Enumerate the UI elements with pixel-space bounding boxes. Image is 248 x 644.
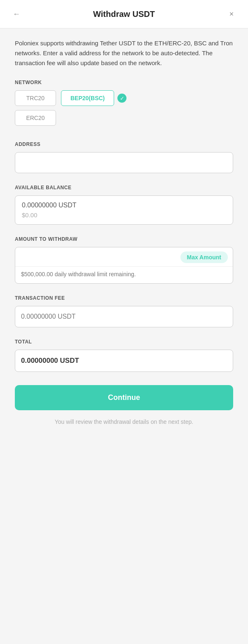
address-input[interactable] bbox=[15, 152, 233, 173]
withdraw-input-wrapper: Max Amount $500,000.00 daily withdrawal … bbox=[15, 247, 233, 284]
network-section: NETWORK TRC20 BEP20(BSC) ✓ ERC20 bbox=[15, 80, 233, 130]
total-section: TOTAL 0.00000000 USDT bbox=[15, 339, 233, 372]
header: ← Withdraw USDT × bbox=[0, 0, 248, 28]
fee-label: TRANSACTION FEE bbox=[15, 295, 233, 301]
network-row-1: TRC20 BEP20(BSC) ✓ bbox=[15, 90, 233, 110]
fee-section: TRANSACTION FEE 0.00000000 USDT bbox=[15, 295, 233, 327]
network-btn-trc20[interactable]: TRC20 bbox=[15, 90, 56, 106]
main-content: Poloniex supports withdrawing Tether USD… bbox=[0, 28, 248, 644]
withdraw-label: AMOUNT TO WITHDRAW bbox=[15, 236, 233, 242]
fee-box: 0.00000000 USDT bbox=[15, 306, 233, 327]
network-btn-erc20[interactable]: ERC20 bbox=[15, 110, 56, 126]
balance-section: AVAILABLE BALANCE 0.00000000 USDT $0.00 bbox=[15, 185, 233, 225]
network-options: TRC20 BEP20(BSC) ✓ ERC20 bbox=[15, 90, 233, 130]
continue-button[interactable]: Continue bbox=[15, 385, 233, 410]
withdraw-section: AMOUNT TO WITHDRAW Max Amount $500,000.0… bbox=[15, 236, 233, 284]
review-note: You will review the withdrawal details o… bbox=[15, 418, 233, 425]
network-row-2: ERC20 bbox=[15, 110, 233, 130]
balance-amount: 0.00000000 USDT bbox=[22, 202, 226, 209]
balance-usd: $0.00 bbox=[22, 212, 226, 219]
page-title: Withdraw USDT bbox=[93, 9, 155, 19]
balance-box: 0.00000000 USDT $0.00 bbox=[15, 195, 233, 225]
total-label: TOTAL bbox=[15, 339, 233, 345]
address-section: ADDRESS bbox=[15, 141, 233, 173]
max-amount-button[interactable]: Max Amount bbox=[180, 251, 228, 263]
back-button[interactable]: ← bbox=[10, 7, 23, 21]
description-text: Poloniex supports withdrawing Tether USD… bbox=[15, 38, 233, 68]
total-box: 0.00000000 USDT bbox=[15, 350, 233, 372]
withdraw-top: Max Amount bbox=[15, 247, 233, 263]
address-label: ADDRESS bbox=[15, 141, 233, 147]
network-selected-check: ✓ bbox=[117, 94, 126, 103]
network-btn-bep20[interactable]: BEP20(BSC) bbox=[61, 90, 114, 106]
withdraw-limit: $500,000.00 daily withdrawal limit remai… bbox=[15, 266, 233, 283]
balance-label: AVAILABLE BALANCE bbox=[15, 185, 233, 190]
close-button[interactable]: × bbox=[225, 7, 238, 21]
network-label: NETWORK bbox=[15, 80, 233, 85]
